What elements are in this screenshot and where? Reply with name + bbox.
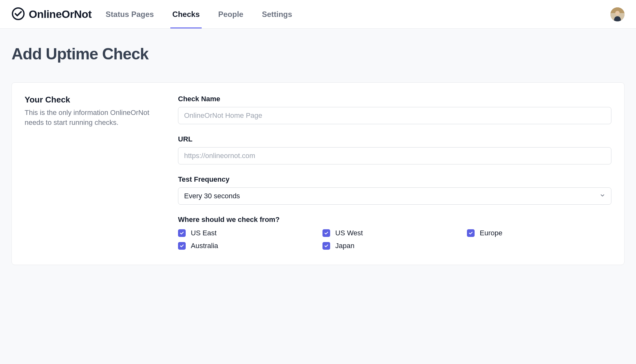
location-australia: Australia — [178, 242, 322, 250]
checkbox-australia[interactable] — [178, 242, 186, 250]
page-container: Add Uptime Check Your Check This is the … — [0, 29, 636, 278]
location-label: Japan — [335, 242, 354, 250]
url-group: URL — [178, 135, 611, 164]
logo-checkmark-icon — [12, 7, 25, 22]
form-card: Your Check This is the only information … — [12, 82, 624, 265]
location-label: US East — [191, 229, 217, 237]
checkbox-japan[interactable] — [322, 242, 330, 250]
frequency-group: Test Frequency Every 30 seconds — [178, 175, 611, 205]
user-avatar[interactable] — [610, 7, 624, 21]
locations-grid: US East US West Europe — [178, 229, 611, 250]
nav-checks[interactable]: Checks — [172, 0, 199, 28]
frequency-selected-value: Every 30 seconds — [184, 192, 240, 200]
section-description: This is the only information OnlineOrNot… — [25, 108, 159, 128]
check-name-group: Check Name — [178, 95, 611, 124]
frequency-select[interactable]: Every 30 seconds — [178, 187, 611, 205]
section-info: Your Check This is the only information … — [25, 95, 159, 250]
form-fields: Check Name URL Test Frequency Every 30 s… — [178, 95, 611, 250]
nav-status-pages[interactable]: Status Pages — [106, 0, 154, 28]
brand-name: OnlineOrNot — [29, 8, 92, 20]
nav-people[interactable]: People — [218, 0, 244, 28]
location-label: Europe — [480, 229, 502, 237]
checkbox-us-west[interactable] — [322, 229, 330, 237]
check-name-label: Check Name — [178, 95, 611, 103]
checkbox-europe[interactable] — [467, 229, 475, 237]
frequency-label: Test Frequency — [178, 175, 611, 184]
location-europe: Europe — [467, 229, 611, 237]
checkbox-us-east[interactable] — [178, 229, 186, 237]
url-label: URL — [178, 135, 611, 143]
top-navigation: OnlineOrNot Status Pages Checks People S… — [0, 0, 636, 29]
locations-group: Where should we check from? US East US W… — [178, 216, 611, 250]
brand[interactable]: OnlineOrNot — [12, 7, 92, 22]
check-name-input[interactable] — [178, 107, 611, 124]
chevron-down-icon — [600, 192, 605, 200]
section-title: Your Check — [25, 95, 159, 105]
page-title: Add Uptime Check — [12, 45, 624, 63]
locations-label: Where should we check from? — [178, 216, 611, 224]
location-label: Australia — [191, 242, 218, 250]
location-us-west: US West — [322, 229, 467, 237]
location-japan: Japan — [322, 242, 467, 250]
main-nav: Status Pages Checks People Settings — [106, 0, 292, 28]
url-input[interactable] — [178, 147, 611, 164]
location-label: US West — [335, 229, 363, 237]
svg-point-3 — [615, 11, 620, 15]
nav-settings[interactable]: Settings — [262, 0, 292, 28]
location-us-east: US East — [178, 229, 322, 237]
